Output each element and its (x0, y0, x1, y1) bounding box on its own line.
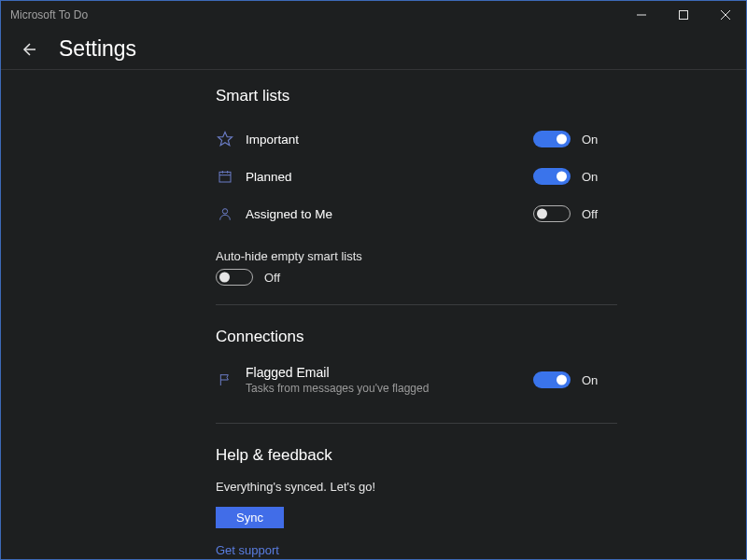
section-smart-lists-title: Smart lists (216, 87, 617, 105)
sync-status-text: Everything's synced. Let's go! (216, 480, 617, 494)
toggle-state-text: Off (264, 271, 280, 285)
window-controls (620, 1, 746, 29)
svg-rect-6 (219, 172, 231, 182)
section-connections-title: Connections (216, 328, 617, 346)
smart-list-label: Important (246, 133, 299, 147)
star-icon (216, 130, 234, 148)
smart-list-assigned-row: Assigned to Me Off (216, 195, 617, 232)
section-divider (216, 423, 617, 424)
toggle-state-text: On (582, 170, 598, 184)
calendar-icon (216, 167, 234, 186)
assigned-toggle[interactable] (533, 205, 571, 222)
page-header: Settings (1, 29, 746, 70)
smart-list-important-row: Important On (216, 120, 617, 158)
svg-marker-5 (218, 133, 233, 146)
close-button[interactable] (704, 1, 746, 29)
section-divider (216, 304, 617, 305)
svg-rect-1 (679, 11, 687, 20)
page-title: Settings (59, 36, 136, 62)
toggle-state-text: On (582, 373, 598, 387)
planned-toggle[interactable] (533, 168, 571, 185)
toggle-state-text: Off (582, 207, 598, 221)
smart-list-planned-row: Planned On (216, 158, 617, 195)
minimize-button[interactable] (620, 1, 662, 29)
section-help-title: Help & feedback (216, 446, 617, 465)
connection-flagged-row: Flagged Email Tasks from messages you've… (216, 361, 617, 404)
smart-list-label: Assigned to Me (246, 207, 332, 221)
connection-title: Flagged Email (246, 365, 429, 380)
autohide-label: Auto-hide empty smart lists (216, 249, 617, 263)
person-icon (216, 204, 234, 223)
get-support-link[interactable]: Get support (216, 543, 617, 557)
maximize-button[interactable] (662, 1, 704, 29)
smart-list-label: Planned (246, 170, 292, 184)
flagged-email-toggle[interactable] (533, 371, 571, 388)
autohide-toggle[interactable] (216, 269, 253, 286)
connection-subtitle: Tasks from messages you've flagged (246, 382, 429, 395)
sync-button[interactable]: Sync (216, 507, 284, 528)
settings-scroll-area[interactable]: Smart lists Important On Planned On (1, 70, 746, 559)
svg-point-10 (222, 209, 227, 214)
title-bar: Microsoft To Do (1, 1, 746, 29)
back-button[interactable] (18, 39, 38, 60)
important-toggle[interactable] (533, 131, 571, 147)
flag-icon (216, 371, 234, 389)
app-title: Microsoft To Do (10, 8, 88, 21)
toggle-state-text: On (582, 133, 598, 147)
